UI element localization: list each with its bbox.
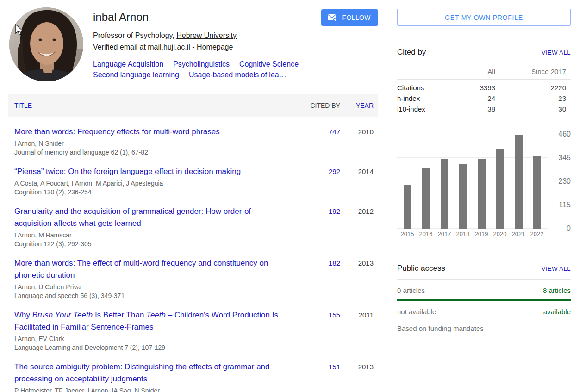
publication-title-link[interactable]: “Piensa” twice: On the foreign language … [14, 166, 287, 178]
publication-authors: A Costa, A Foucart, I Arnon, M Aparici, … [14, 179, 287, 188]
publication-title-link[interactable]: The source ambiguity problem: Distinguis… [14, 361, 287, 385]
interest-link[interactable]: Cognitive Science [239, 59, 299, 69]
chart-x-tick-label: 2016 [417, 230, 435, 237]
sort-by-citations-label: CITED BY [301, 102, 340, 109]
chart-x-tick-label: 2018 [454, 230, 472, 237]
position-text: Professor of Psychology, [93, 31, 174, 39]
publication-year: 2011 [340, 309, 374, 321]
chart-bar-2020[interactable] [496, 149, 504, 229]
public-access-view-all-link[interactable]: VIEW ALL [542, 265, 571, 272]
publication-row: “Piensa” twice: On the foreign language … [14, 166, 374, 197]
publications-list: More than words: Frequency effects for m… [8, 117, 378, 392]
publication-cited-count-link[interactable]: 151 [329, 363, 340, 371]
public-access-header: Public access VIEW ALL [397, 264, 571, 273]
publication-venue: Journal of memory and language 62 (1), 6… [14, 148, 287, 157]
profile-email-line: Verified email at mail.huji.ac.il - Home… [93, 41, 378, 53]
public-access-labels: not available available [397, 308, 571, 316]
publication-authors: P Hofmeister, TF Jaeger, I Arnon, IA Sag… [14, 386, 287, 392]
chart-plot [397, 134, 548, 229]
chart-y-axis: 4603452301150 [550, 134, 571, 229]
not-available-label: not available [397, 308, 436, 316]
follow-button-label: FOLLOW [342, 14, 371, 21]
publication-year: 2010 [340, 126, 374, 137]
profile-header: inbal Arnon Professor of Psychology, Heb… [8, 7, 378, 93]
publication-title-link[interactable]: More than words: Frequency effects for m… [14, 126, 287, 138]
publication-cited-count-link[interactable]: 192 [329, 207, 340, 215]
publication-venue: Cognition 122 (3), 292-305 [14, 240, 287, 249]
chart-x-tick-label: 2019 [472, 230, 491, 237]
side-column: GET MY OWN PROFILE Cited by VIEW ALL All… [397, 0, 571, 332]
publication-authors: I Arnon, EV Clark [14, 335, 287, 343]
publication-year: 2014 [340, 166, 374, 177]
cited-by-view-all-link[interactable]: VIEW ALL [542, 49, 571, 56]
publication-row: The source ambiguity problem: Distinguis… [14, 361, 374, 392]
chart-x-axis: 20152016201720182019202020212022 [398, 230, 546, 237]
chart-y-tick-label: 115 [559, 201, 571, 209]
public-access-progress-bar [397, 299, 571, 301]
interest-link[interactable]: Language Acquisition [93, 59, 163, 69]
public-access-title: Public access [397, 264, 445, 273]
publication-title-link[interactable]: More than words: The effect of multi-wor… [14, 257, 287, 281]
available-count-link[interactable]: 8 articles [543, 286, 571, 294]
publication-cited-count-link[interactable]: 182 [329, 259, 340, 267]
public-access-counts: 0 articles 8 articles [397, 286, 571, 294]
publication-venue: Cognition 130 (2), 236-254 [14, 188, 287, 197]
chart-bar-2022[interactable] [533, 156, 541, 229]
publication-row: More than words: Frequency effects for m… [14, 126, 374, 157]
stat-label: h-index [397, 93, 451, 104]
stat-label: Citations [397, 82, 451, 93]
stat-all: 3393 [451, 82, 495, 93]
profile-position-line: Professor of Psychology, Hebrew Universi… [93, 30, 378, 41]
citations-per-year-chart: 20152016201720182019202020212022 4603452… [397, 134, 571, 240]
column-since-label: Since 2017 [495, 68, 566, 75]
publication-venue: Language and speech 56 (3), 349-371 [14, 292, 287, 300]
homepage-link[interactable]: Homepage [197, 43, 233, 51]
chart-bar-2015[interactable] [404, 185, 411, 229]
cited-by-table-body: Citations33932220h-index2423i10-index383… [397, 80, 571, 114]
verified-email-text: Verified email at mail.huji.ac.il - [93, 43, 195, 51]
funding-mandates-note: Based on funding mandates [397, 324, 571, 332]
chart-bars [398, 134, 546, 229]
stat-since: 30 [495, 104, 566, 114]
publication-venue: Language Learning and Development 7 (2),… [14, 343, 287, 352]
publication-row: Why Brush Your Teeth Is Better Than Teet… [14, 309, 374, 352]
sort-by-title-link[interactable]: TITLE [14, 102, 32, 109]
interests-list: Language AcquisitionPsycholinguisticsCog… [93, 59, 352, 80]
stat-all: 24 [451, 93, 495, 104]
not-available-count: 0 articles [397, 286, 425, 294]
cited-by-stat-row: i10-index3830 [397, 104, 566, 114]
stat-since: 2220 [495, 82, 566, 93]
scholar-profile-page: inbal Arnon Professor of Psychology, Heb… [0, 0, 579, 392]
chart-bar-2021[interactable] [515, 135, 523, 229]
publication-cited-count-link[interactable]: 747 [329, 128, 340, 136]
get-my-own-profile-button[interactable]: GET MY OWN PROFILE [397, 9, 571, 26]
chart-bar-2019[interactable] [478, 159, 486, 229]
publication-cited-count-link[interactable]: 292 [329, 168, 340, 175]
sort-by-year-link[interactable]: YEAR [356, 102, 374, 109]
chart-x-tick-label: 2020 [491, 230, 509, 237]
publication-title-link[interactable]: Granularity and the acquisition of gramm… [14, 205, 287, 230]
follow-button[interactable]: FOLLOW [321, 9, 378, 26]
avatar-photo [9, 7, 83, 81]
divider [397, 279, 571, 280]
interest-link[interactable]: Usage-based models of lea… [189, 69, 286, 80]
cited-by-stat-row: h-index2423 [397, 93, 566, 104]
publication-year: 2013 [340, 257, 374, 269]
chart-bar-2018[interactable] [459, 164, 467, 229]
cited-by-columns: All Since 2017 [397, 63, 571, 78]
interest-link[interactable]: Second language learning [93, 69, 179, 80]
chart-bar-2017[interactable] [441, 159, 448, 229]
publication-title-link[interactable]: Why Brush Your Teeth Is Better Than Teet… [14, 309, 287, 333]
interest-link[interactable]: Psycholinguistics [173, 59, 230, 69]
publication-row: Granularity and the acquisition of gramm… [14, 205, 374, 249]
follow-email-icon [327, 13, 337, 22]
publication-year: 2013 [340, 361, 374, 373]
publication-cited-count-link[interactable]: 155 [329, 311, 340, 319]
chart-x-tick-label: 2017 [435, 230, 454, 237]
publication-year: 2012 [340, 205, 374, 217]
cited-by-title: Cited by [397, 48, 426, 57]
affiliation-link[interactable]: Hebrew University [176, 31, 237, 39]
chart-x-tick-label: 2021 [509, 230, 528, 237]
chart-bar-2016[interactable] [422, 168, 430, 229]
publications-section: TITLE CITED BY YEAR More than words: Fre… [8, 94, 378, 392]
